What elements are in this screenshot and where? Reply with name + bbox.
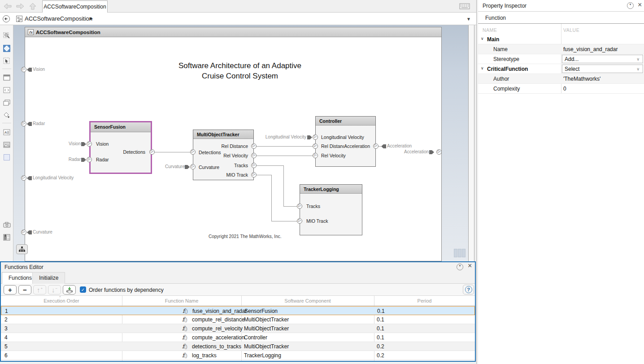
table-row[interactable]: 4 compute_acceleration Controller 0.1: [1, 333, 475, 342]
output-port[interactable]: [149, 149, 155, 155]
col-execution-order[interactable]: Execution Order: [1, 298, 122, 303]
image-icon[interactable]: [3, 141, 11, 149]
input-port[interactable]: [87, 157, 92, 162]
complexity-value-field[interactable]: 0: [563, 86, 566, 92]
author-value-field[interactable]: 'TheMathworks': [563, 76, 600, 82]
col-period[interactable]: Period: [374, 298, 475, 303]
add-function-button[interactable]: +: [4, 285, 17, 295]
connector-rel-velocity[interactable]: [257, 156, 313, 156]
connector-mio-track[interactable]: [271, 221, 297, 221]
document-tab[interactable]: ACCSoftwareComposition: [42, 0, 108, 13]
close-icon[interactable]: [638, 1, 642, 9]
output-port[interactable]: [251, 163, 257, 168]
breadcrumb[interactable]: ACCSoftwareComposition: [25, 15, 92, 22]
keyboard-icon[interactable]: [458, 2, 471, 10]
remove-function-button[interactable]: −: [18, 285, 31, 295]
boundary-port-longitudinal-velocity[interactable]: [21, 175, 26, 181]
tab-initialize[interactable]: Initialize: [32, 272, 65, 284]
resize-grip[interactable]: [454, 249, 457, 257]
component-controller[interactable]: Controller Longitudinal Velocity Rel Dis…: [315, 116, 376, 167]
source-label[interactable]: Curvature: [158, 164, 185, 169]
name-value-field[interactable]: fuse_vision_and_radar: [563, 46, 618, 52]
section-row-criticalfunction[interactable]: ∨ CriticalFunction Select ∨: [478, 64, 644, 74]
col-function-name[interactable]: Function Name: [122, 298, 241, 303]
connector-tracks[interactable]: [257, 165, 283, 166]
table-row[interactable]: 6 log_tracks TrackerLogging 0.2: [1, 351, 475, 360]
forward-arrow-icon[interactable]: [15, 2, 25, 11]
vertical-scrollbar[interactable]: [468, 25, 474, 261]
chevron-down-icon[interactable]: ∨: [481, 66, 484, 70]
output-port[interactable]: [251, 143, 257, 149]
back-arrow-icon[interactable]: [3, 2, 13, 11]
input-port[interactable]: [297, 218, 302, 224]
back-circle-icon[interactable]: [2, 15, 10, 23]
col-software-component[interactable]: Software Component: [241, 298, 374, 303]
connector-mio-track[interactable]: [271, 175, 272, 221]
order-by-dependency-checkbox[interactable]: [80, 286, 86, 293]
chevron-down-icon[interactable]: ∨: [481, 36, 484, 41]
input-port[interactable]: [297, 204, 302, 209]
select-arrow-icon[interactable]: [3, 57, 11, 65]
connector-tracks[interactable]: [283, 165, 284, 206]
boundary-port-label[interactable]: Vision: [33, 67, 45, 72]
output-port[interactable]: [251, 172, 257, 178]
source-label[interactable]: Longitudinal Velocity: [258, 134, 306, 139]
sink-label[interactable]: Acceleration: [387, 143, 412, 148]
output-port[interactable]: [373, 143, 379, 149]
source-label[interactable]: Vision: [58, 141, 81, 146]
boundary-port-radar[interactable]: [21, 121, 26, 126]
connector-mio-track[interactable]: [257, 175, 272, 175]
diagram-canvas[interactable]: fx ACCSoftwareComposition Software Archi…: [13, 25, 476, 261]
connector-tracks[interactable]: [283, 206, 297, 207]
annotation-icon[interactable]: A: [3, 128, 11, 136]
copyright-annotation[interactable]: Copyright 2021 The MathWorks, Inc.: [209, 234, 282, 239]
table-row[interactable]: 3 compute_rel_velocity MultiObjectTracke…: [1, 324, 475, 333]
boundary-port-label[interactable]: Radar: [33, 121, 45, 126]
copy-block-icon[interactable]: [3, 99, 11, 107]
move-up-button[interactable]: ↑+: [33, 285, 46, 295]
panel-menu-icon[interactable]: [627, 2, 634, 9]
component-sensorfusion[interactable]: SensorFusion Vision Radar Detections: [89, 121, 152, 174]
boundary-port-curvature[interactable]: [21, 230, 26, 235]
chevron-down-icon[interactable]: ▼: [466, 17, 471, 22]
code-component-icon[interactable]: [3, 86, 11, 94]
close-icon[interactable]: [468, 262, 472, 270]
boundary-port-label[interactable]: Curvature: [33, 230, 52, 234]
move-down-button[interactable]: ↓−: [48, 285, 61, 295]
zoom-region-icon[interactable]: [3, 32, 11, 40]
input-port[interactable]: [190, 164, 196, 169]
up-arrow-icon[interactable]: [28, 2, 38, 11]
input-port[interactable]: [190, 149, 196, 155]
input-port[interactable]: [313, 143, 318, 149]
breadcrumb-expand-icon[interactable]: ▶: [90, 16, 93, 21]
resize-grip[interactable]: [458, 249, 461, 257]
diagram-title-annotation[interactable]: Software Architecture of an Adaptive Cru…: [173, 61, 307, 82]
table-row[interactable]: 1 fuse_vision_and_radar SensorFusion 0.1: [1, 306, 475, 315]
help-button[interactable]: ?: [463, 285, 474, 295]
output-port[interactable]: [251, 153, 257, 158]
resize-grip[interactable]: [462, 249, 466, 257]
boundary-port-vision[interactable]: [21, 67, 26, 72]
component-multiobjecttracker[interactable]: MultiObjectTracker Detections Curvature …: [193, 130, 254, 180]
area-box-icon[interactable]: [3, 153, 11, 161]
section-row-main[interactable]: ∨ Main: [478, 35, 644, 44]
input-port[interactable]: [313, 153, 318, 158]
boundary-port-label[interactable]: Longitudinal Velocity: [33, 175, 74, 180]
hierarchy-view-icon[interactable]: [16, 244, 28, 254]
source-label[interactable]: Radar: [58, 157, 81, 162]
connector-rel-distance[interactable]: [257, 146, 313, 147]
boundary-port-label[interactable]: Acceleration: [403, 149, 429, 154]
stereotype-dropdown[interactable]: Add... ∨: [562, 55, 643, 63]
input-port[interactable]: [87, 141, 92, 147]
add-junction-icon[interactable]: [3, 111, 11, 119]
input-port[interactable]: [313, 134, 318, 140]
connector-detections[interactable]: [155, 152, 190, 152]
screenshot-camera-icon[interactable]: [3, 221, 11, 229]
criticalfunction-dropdown[interactable]: Select ∨: [562, 65, 643, 73]
table-row[interactable]: 2 compute_rel_distance MultiObjectTracke…: [1, 315, 475, 324]
panel-menu-icon[interactable]: [457, 264, 463, 270]
boundary-port-acceleration[interactable]: [436, 149, 442, 155]
fit-to-view-icon[interactable]: [3, 44, 11, 52]
component-block-icon[interactable]: [3, 74, 11, 82]
viewpoints-icon[interactable]: [3, 233, 11, 241]
